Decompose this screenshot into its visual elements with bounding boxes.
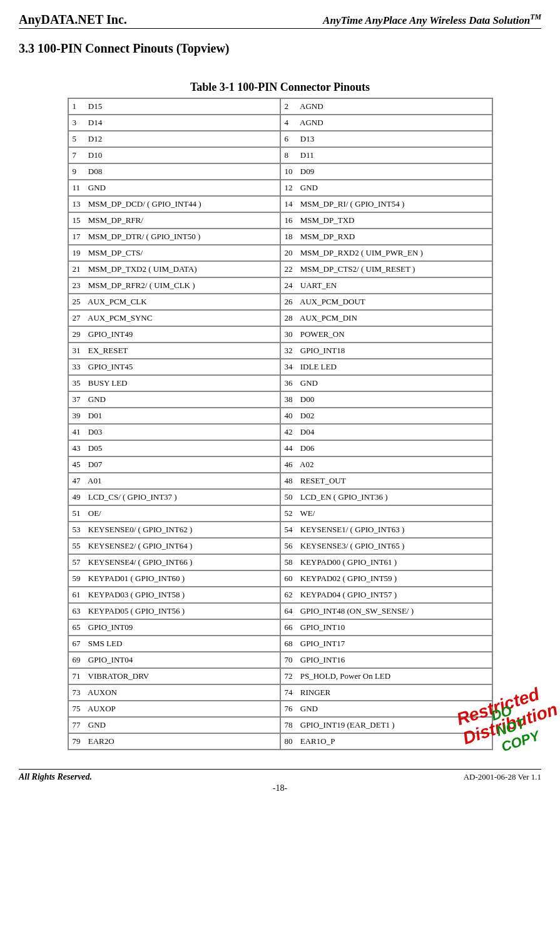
pin-cell-left: 73 AUXON	[69, 685, 280, 700]
pin-number: 1	[73, 101, 86, 111]
pin-number: 19	[73, 248, 86, 258]
table-row: 79 EAR2O80 EAR1O_P	[69, 734, 492, 749]
pin-cell-right: 6 D13	[281, 131, 492, 147]
pin-number: 50	[285, 492, 298, 502]
pin-cell-right: 60 KEYPAD02 ( GPIO_INT59 )	[281, 571, 492, 586]
pin-cell-left: 53 KEYSENSE0/ ( GPIO_INT62 )	[69, 522, 280, 537]
pin-cell-right: 44 D06	[281, 441, 492, 456]
pin-number: 54	[285, 525, 298, 535]
pin-name: D08	[88, 167, 102, 176]
pin-name: KEYPAD02 ( GPIO_INT59 )	[300, 574, 397, 583]
pin-cell-left: 71 VIBRATOR_DRV	[69, 669, 280, 684]
pin-name: GPIO_INT49	[88, 329, 133, 339]
pin-number: 33	[73, 362, 86, 372]
pin-cell-right: 48 RESET_OUT	[281, 473, 492, 488]
pin-number: 51	[73, 508, 86, 518]
pin-name: GND	[88, 720, 106, 729]
table-row: 61 KEYPAD03 ( GPIO_INT58 )62 KEYPAD04 ( …	[69, 587, 492, 602]
pin-cell-right: 24 UART_EN	[281, 278, 492, 293]
pin-number: 70	[285, 655, 298, 665]
table-row: 29 GPIO_INT4930 POWER_ON	[69, 327, 492, 342]
pin-name: AUX_PCM_DOUT	[300, 297, 365, 306]
pin-name: D04	[300, 427, 314, 436]
pin-cell-right: 26 AUX_PCM_DOUT	[281, 294, 492, 309]
pin-cell-left: 29 GPIO_INT49	[69, 327, 280, 342]
pin-number: 20	[285, 248, 298, 258]
pin-number: 47	[73, 476, 86, 486]
pin-cell-left: 51 OE/	[69, 506, 280, 521]
pin-number: 75	[73, 704, 86, 714]
pin-name: GPIO_INT45	[88, 362, 133, 371]
pin-name: IDLE LED	[300, 362, 337, 371]
pin-cell-left: 63 KEYPAD05 ( GPIO_INT56 )	[69, 604, 280, 619]
table-row: 19 MSM_DP_CTS/20 MSM_DP_RXD2 ( UIM_PWR_E…	[69, 245, 492, 260]
pin-cell-right: 2 AGND	[281, 99, 492, 114]
pin-cell-right: 68 GPIO_INT17	[281, 636, 492, 651]
pin-number: 26	[285, 297, 298, 307]
table-row: 59 KEYPAD01 ( GPIO_INT60 )60 KEYPAD02 ( …	[69, 571, 492, 586]
pin-number: 2	[285, 101, 298, 111]
pin-name: MSM_DP_TXD2 ( UIM_DATA)	[88, 264, 197, 274]
pin-cell-right: 22 MSM_DP_CTS2/ ( UIM_RESET )	[281, 262, 492, 277]
pin-name: GPIO_INT16	[300, 655, 345, 664]
pin-number: 35	[73, 378, 86, 388]
pin-cell-left: 79 EAR2O	[69, 734, 280, 749]
pin-name: D03	[88, 427, 102, 436]
table-row: 33 GPIO_INT4534 IDLE LED	[69, 359, 492, 374]
pin-cell-right: 72 PS_HOLD, Power On LED	[281, 669, 492, 684]
pin-cell-left: 59 KEYPAD01 ( GPIO_INT60 )	[69, 571, 280, 586]
pin-name: AUXOP	[88, 704, 116, 713]
pin-number: 4	[285, 118, 298, 128]
pin-name: D15	[88, 101, 102, 111]
pin-name: D00	[300, 394, 314, 404]
pin-number: 59	[73, 574, 86, 584]
pin-cell-left: 17 MSM_DP_DTR/ ( GPIO_INT50 )	[69, 229, 280, 244]
pin-cell-left: 57 KEYSENSE4/ ( GPIO_INT66 )	[69, 555, 280, 570]
table-row: 1 D152 AGND	[69, 99, 492, 114]
pin-name: LCD_EN ( GPIO_INT36 )	[300, 492, 388, 502]
pin-cell-right: 10 D09	[281, 164, 492, 179]
page-header: AnyDATA.NET Inc. AnyTime AnyPlace Any Wi…	[19, 13, 541, 29]
pin-number: 61	[73, 590, 86, 600]
table-row: 69 GPIO_INT0470 GPIO_INT16	[69, 652, 492, 668]
pin-name: MSM_DP_CTS2/ ( UIM_RESET )	[300, 264, 415, 274]
pin-cell-right: 76 GND	[281, 701, 492, 716]
table-row: 17 MSM_DP_DTR/ ( GPIO_INT50 )18 MSM_DP_R…	[69, 229, 492, 244]
table-row: 55 KEYSENSE2/ ( GPIO_INT64 )56 KEYSENSE3…	[69, 539, 492, 554]
pin-name: GND	[88, 183, 106, 192]
pin-name: KEYPAD03 ( GPIO_INT58 )	[88, 590, 185, 599]
pin-name: A02	[300, 460, 313, 469]
pin-number: 79	[73, 736, 86, 746]
pin-name: MSM_DP_RFR/	[88, 215, 143, 225]
pin-number: 31	[73, 346, 86, 356]
pin-number: 37	[73, 394, 86, 405]
pin-name: GPIO_INT09	[88, 622, 133, 632]
table-row: 21 MSM_DP_TXD2 ( UIM_DATA)22 MSM_DP_CTS2…	[69, 262, 492, 277]
pin-number: 5	[73, 134, 86, 144]
pin-name: MSM_DP_RXD	[300, 232, 355, 241]
pin-number: 57	[73, 557, 86, 567]
pin-name: AUX_PCM_CLK	[88, 297, 147, 306]
pin-number: 44	[285, 443, 298, 453]
pin-name: D11	[300, 150, 314, 160]
pin-cell-left: 77 GND	[69, 718, 280, 733]
pin-number: 76	[285, 704, 298, 714]
pin-number: 64	[285, 606, 298, 616]
pin-number: 14	[285, 199, 298, 209]
pin-number: 16	[285, 215, 298, 225]
pin-name: D10	[88, 150, 102, 160]
pin-number: 66	[285, 622, 298, 632]
pin-cell-left: 47 A01	[69, 473, 280, 488]
pin-cell-left: 15 MSM_DP_RFR/	[69, 213, 280, 228]
table-row: 41 D0342 D04	[69, 425, 492, 440]
footer-version: AD-2001-06-28 Ver 1.1	[464, 772, 541, 782]
pin-cell-right: 42 D04	[281, 425, 492, 440]
pin-cell-left: 9 D08	[69, 164, 280, 179]
pin-name: EAR2O	[88, 736, 115, 746]
pin-name: AUX_PCM_DIN	[300, 313, 357, 322]
pin-name: RINGER	[300, 688, 330, 697]
pin-number: 42	[285, 427, 298, 437]
pin-cell-left: 55 KEYSENSE2/ ( GPIO_INT64 )	[69, 539, 280, 554]
pin-number: 60	[285, 574, 298, 584]
pin-cell-right: 34 IDLE LED	[281, 359, 492, 374]
